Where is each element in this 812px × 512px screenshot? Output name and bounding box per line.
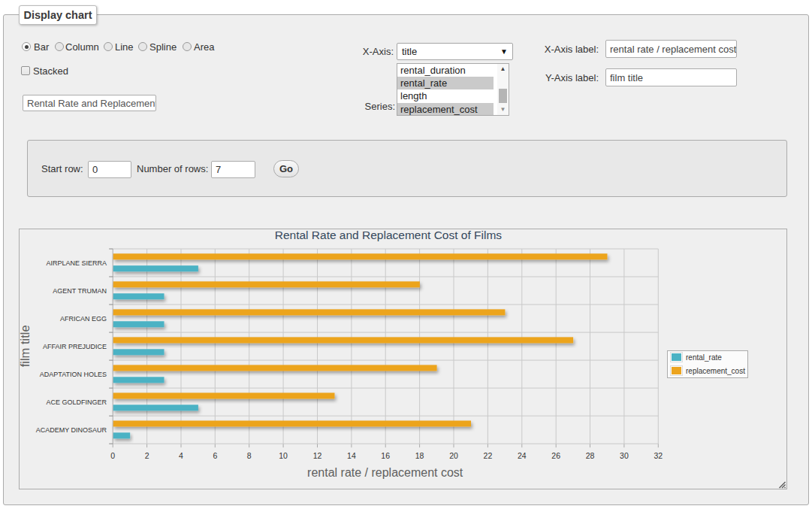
svg-text:ADAPTATION HOLES: ADAPTATION HOLES [40, 371, 107, 378]
svg-text:0: 0 [110, 451, 115, 460]
svg-text:rental rate / replacement cost: rental rate / replacement cost [307, 466, 463, 479]
svg-text:22: 22 [484, 451, 493, 460]
svg-text:ACADEMY DINOSAUR: ACADEMY DINOSAUR [36, 426, 107, 434]
svg-text:16: 16 [381, 451, 390, 460]
svg-text:30: 30 [620, 451, 629, 460]
svg-text:film title: film title [20, 325, 32, 367]
svg-text:20: 20 [449, 451, 458, 460]
svg-text:10: 10 [279, 451, 288, 460]
svg-text:24: 24 [518, 451, 527, 460]
svg-text:2: 2 [145, 451, 149, 460]
svg-text:8: 8 [247, 451, 252, 460]
svg-text:4: 4 [179, 451, 183, 460]
svg-text:32: 32 [654, 451, 663, 460]
svg-text:18: 18 [415, 451, 424, 460]
svg-text:26: 26 [551, 451, 560, 460]
svg-text:rental_rate: rental_rate [686, 353, 722, 362]
svg-text:14: 14 [347, 451, 356, 460]
svg-text:AGENT TRUMAN: AGENT TRUMAN [53, 287, 107, 295]
svg-text:replacement_cost: replacement_cost [686, 367, 745, 375]
svg-text:6: 6 [213, 451, 217, 460]
svg-text:AFRICAN EGG: AFRICAN EGG [60, 315, 107, 323]
svg-text:Rental Rate and Replacement Co: Rental Rate and Replacement Cost of Film… [275, 229, 503, 241]
svg-text:12: 12 [313, 451, 322, 460]
svg-text:AFFAIR PREJUDICE: AFFAIR PREJUDICE [43, 343, 107, 350]
svg-text:ACE GOLDFINGER: ACE GOLDFINGER [46, 398, 107, 406]
svg-text:AIRPLANE SIERRA: AIRPLANE SIERRA [46, 259, 107, 267]
svg-text:28: 28 [586, 451, 595, 460]
